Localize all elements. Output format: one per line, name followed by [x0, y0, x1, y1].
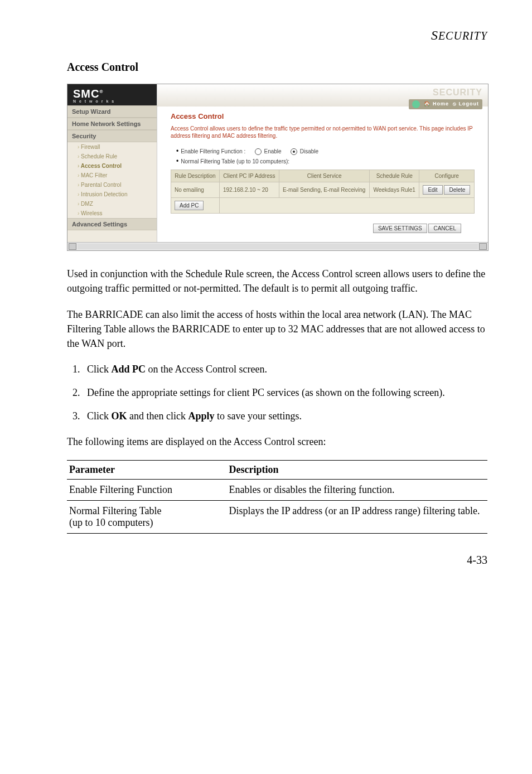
home-link[interactable]: 🏠 Home: [424, 101, 449, 107]
paragraph: Used in conjunction with the Schedule Ru…: [67, 267, 487, 296]
panel-title: Access Control: [171, 112, 475, 120]
embedded-screenshot: SMC® N e t w o r k s Setup Wizard Home N…: [67, 84, 489, 251]
nav-security[interactable]: Security: [67, 130, 157, 142]
col-description: Description: [227, 461, 487, 480]
section-heading: Access Control: [67, 61, 487, 74]
scroll-right-icon[interactable]: [479, 243, 487, 250]
nav-wireless[interactable]: Wireless: [67, 209, 157, 218]
table-row: No emailing 192.168.2.10 ~ 20 E-mail Sen…: [171, 182, 475, 198]
filtering-table: Rule Description Client PC IP Address Cl…: [171, 170, 475, 214]
col-schedule-rule: Schedule Rule: [370, 170, 419, 182]
paragraph: The BARRICADE can also limit the access …: [67, 307, 487, 351]
nav-parental-control[interactable]: Parental Control: [67, 180, 157, 190]
nav-dmz[interactable]: DMZ: [67, 199, 157, 209]
globe-icon: [412, 100, 420, 108]
nav-setup-wizard[interactable]: Setup Wizard: [67, 105, 157, 118]
page-number: 4-33: [67, 554, 487, 567]
nav-intrusion[interactable]: Intrusion Detection: [67, 190, 157, 199]
radio-enable[interactable]: [255, 148, 262, 155]
col-client-service: Client Service: [279, 170, 370, 182]
nav-advanced[interactable]: Advanced Settings: [67, 218, 157, 230]
table-row: Normal Filtering Table (up to 10 compute…: [67, 501, 487, 534]
logo: SMC® N e t w o r k s: [67, 84, 157, 105]
nav-access-control[interactable]: Access Control: [67, 161, 157, 171]
running-header: SECURITY: [67, 28, 487, 43]
list-item: Click Add PC on the Access Control scree…: [83, 362, 487, 376]
nav-schedule-rule[interactable]: Schedule Rule: [67, 152, 157, 161]
scroll-left-icon[interactable]: [69, 243, 76, 250]
col-rule-description: Rule Description: [171, 170, 220, 182]
col-parameter: Parameter: [67, 461, 227, 480]
list-item: Define the appropriate settings for clie…: [83, 385, 487, 400]
horizontal-scrollbar[interactable]: [67, 242, 488, 250]
nav-home-network[interactable]: Home Network Settings: [67, 118, 157, 130]
col-client-ip: Client PC IP Address: [219, 170, 279, 182]
topbar: SECURITY 🏠 Home ⦸ Logout: [157, 84, 488, 107]
nav-firewall[interactable]: Firewall: [67, 142, 157, 152]
radio-disable[interactable]: [291, 148, 297, 155]
add-pc-button[interactable]: Add PC: [175, 201, 204, 210]
parameter-table: Parameter Description Enable Filtering F…: [67, 460, 487, 534]
delete-button[interactable]: Delete: [444, 185, 470, 195]
table-row: Add PC: [171, 198, 475, 214]
list-item: Click OK and then click Apply to save yo…: [83, 409, 487, 423]
table-row: Enable Filtering Function Enables or dis…: [67, 480, 487, 501]
steps-list: Click Add PC on the Access Control scree…: [67, 362, 487, 423]
paragraph: The following items are displayed on the…: [67, 434, 487, 449]
normal-filtering-label: •Normal Filtering Table (up to 10 comput…: [176, 157, 475, 165]
edit-button[interactable]: Edit: [423, 185, 442, 195]
panel-description: Access Control allows users to define th…: [171, 125, 475, 139]
save-settings-button[interactable]: SAVE SETTINGS: [373, 224, 427, 233]
logout-link[interactable]: ⦸ Logout: [453, 101, 479, 107]
col-configure: Configure: [419, 170, 475, 182]
nav-mac-filter[interactable]: MAC Filter: [67, 171, 157, 180]
top-links: 🏠 Home ⦸ Logout: [409, 99, 482, 109]
cancel-button[interactable]: CANCEL: [428, 224, 461, 233]
enable-filtering-row: •Enable Filtering Function : Enable Disa…: [176, 147, 475, 155]
sidebar: SMC® N e t w o r k s Setup Wizard Home N…: [67, 84, 157, 242]
